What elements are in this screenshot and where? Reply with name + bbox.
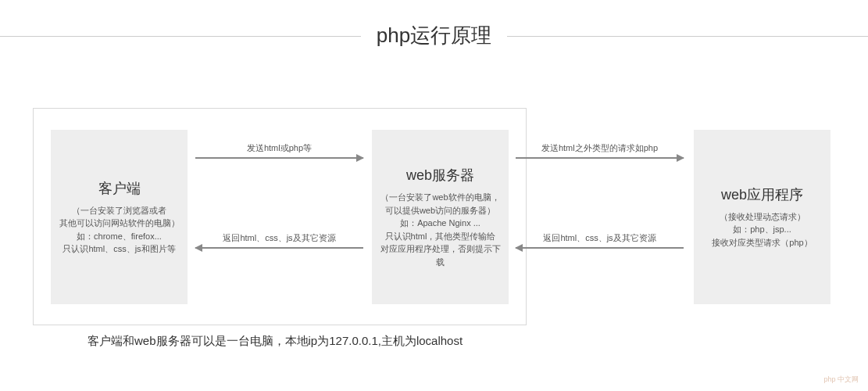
webapp-line: 接收对应类型请求（php）: [712, 236, 812, 249]
arrow-server-to-app: 发送html之外类型的请求如php: [516, 142, 684, 159]
arrow-left-icon: [516, 247, 684, 249]
webapp-line: （接收处理动态请求）: [720, 210, 805, 224]
client-line: 只认识html、css、js和图片等: [63, 242, 175, 256]
arrow-right-icon: [516, 157, 684, 159]
arrow-label: 返回html、css、js及其它资源: [543, 232, 655, 244]
webapp-line: 如：php、jsp...: [733, 223, 791, 236]
webserver-title: web服务器: [406, 166, 474, 185]
watermark-text: php 中文网: [823, 375, 859, 385]
title-section: php运行原理: [0, 0, 868, 49]
webserver-line: 只认识html，其他类型传输给: [385, 230, 496, 243]
webserver-line: 可以提供web访问的服务器）: [385, 204, 495, 217]
client-box: 客户端 （一台安装了浏览器或者 其他可以访问网站软件的电脑） 如：chrome、…: [51, 130, 188, 304]
arrow-label: 返回html、css、js及其它资源: [223, 232, 335, 244]
arrow-left-icon: [195, 247, 363, 249]
footnote-text: 客户端和web服务器可以是一台电脑，本地ip为127.0.0.1,主机为loca…: [88, 334, 463, 349]
client-line: 如：chrome、firefox...: [77, 230, 162, 243]
webserver-line: 对应应用程序处理，否则提示下载: [378, 242, 502, 268]
page-title: php运行原理: [361, 22, 507, 49]
arrow-label: 发送html或php等: [247, 142, 312, 154]
client-line: 其他可以访问网站软件的电脑）: [59, 217, 180, 230]
client-line: （一台安装了浏览器或者: [72, 204, 166, 217]
webserver-line: 如：Apache Nginx ...: [400, 217, 480, 230]
webapp-box: web应用程序 （接收处理动态请求） 如：php、jsp... 接收对应类型请求…: [694, 130, 830, 304]
arrow-server-to-client: 返回html、css、js及其它资源: [195, 232, 363, 249]
client-title: 客户端: [98, 179, 141, 198]
arrow-label: 发送html之外类型的请求如php: [541, 142, 658, 154]
webserver-box: web服务器 （一台安装了web软件的电脑， 可以提供web访问的服务器） 如：…: [372, 130, 509, 304]
webserver-line: （一台安装了web软件的电脑，: [380, 191, 499, 204]
arrow-right-icon: [195, 157, 363, 159]
webapp-title: web应用程序: [721, 185, 803, 204]
arrow-client-to-server: 发送html或php等: [195, 142, 363, 159]
arrow-app-to-server: 返回html、css、js及其它资源: [516, 232, 684, 249]
